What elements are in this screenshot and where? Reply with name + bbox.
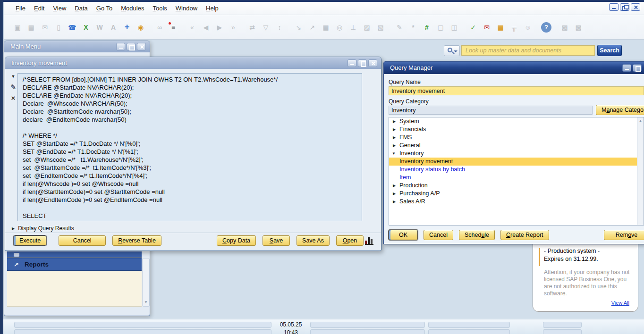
print-preview-icon[interactable]: ▣	[12, 22, 23, 33]
menu-help[interactable]: Help	[202, 3, 223, 14]
menu-go-to[interactable]: Go To	[92, 3, 117, 14]
settings-doc1-icon[interactable]: ▩	[559, 22, 570, 33]
org-chart-icon[interactable]: ╦	[508, 22, 520, 33]
copy-data-button[interactable]: Copy Data	[217, 235, 256, 246]
tree-item[interactable]: Item	[389, 174, 644, 182]
main-menu-titlebar[interactable]: Main Menu	[4, 41, 150, 52]
volume-weight-icon[interactable]: ⊥	[347, 22, 359, 33]
next-record-icon[interactable]: ▶	[214, 22, 225, 33]
main-menu-scrollbar[interactable]: ▼	[142, 258, 150, 307]
create-report-button[interactable]: Create Report	[500, 230, 549, 240]
filter-icon[interactable]: ▽	[260, 22, 271, 33]
last-record-icon[interactable]: »	[228, 22, 239, 33]
menu-view[interactable]: View	[49, 3, 70, 14]
first-record-icon[interactable]: «	[186, 22, 198, 33]
menu-window[interactable]: Window	[171, 3, 202, 14]
menu-modules[interactable]: Modules	[117, 3, 148, 14]
settings-doc2-icon[interactable]: ▩	[573, 22, 584, 33]
ok-button[interactable]: OK	[389, 230, 418, 240]
previous-record-icon[interactable]: ◀	[200, 22, 212, 33]
transaction-journal-icon[interactable]: ▧	[375, 22, 386, 33]
inv-maximize-button[interactable]	[358, 59, 367, 67]
view-all-link[interactable]: View All	[611, 300, 629, 306]
tree-financials[interactable]: Financials	[389, 125, 644, 134]
qm-minimize-button[interactable]	[622, 64, 631, 72]
display-query-results-toggle[interactable]: Display Query Results	[12, 225, 74, 232]
tree-system[interactable]: System	[389, 117, 644, 125]
query-manager-titlebar[interactable]: Query Manager	[384, 62, 644, 74]
sidebar-item-reports[interactable]: ↗ Reports	[7, 258, 142, 271]
fax-icon[interactable]: ☎	[67, 22, 78, 33]
main-menu-maximize-button[interactable]	[127, 43, 136, 50]
save-as-button[interactable]: Save As	[297, 235, 330, 246]
form-settings-icon[interactable]: *	[407, 22, 419, 33]
tree-inventory[interactable]: Inventory	[389, 150, 644, 158]
save-button[interactable]: Save	[263, 235, 290, 246]
launch-application-icon[interactable]: +	[121, 22, 133, 33]
export-word-icon[interactable]: W	[94, 22, 105, 33]
refresh-icon[interactable]: ⇄	[246, 22, 258, 33]
payment-means-icon[interactable]: ▦	[320, 22, 331, 33]
query-category-field[interactable]: Inventory	[389, 106, 593, 115]
inv-minimize-button[interactable]	[347, 59, 356, 67]
copy-import-icon[interactable]: ↘	[293, 22, 304, 33]
edit-icon[interactable]: ✎	[394, 22, 405, 33]
reverse-table-button[interactable]: Reverse Table	[112, 235, 161, 246]
checklist-icon[interactable]: ✓	[467, 22, 479, 33]
calendar-icon[interactable]: ▦	[495, 22, 506, 33]
open-button[interactable]: Open	[336, 235, 364, 246]
remarks-icon[interactable]: ▢	[435, 22, 446, 33]
inv-close-button[interactable]	[368, 59, 377, 67]
tree-scrollbar[interactable]: ▲	[637, 117, 644, 225]
app-minimize-button[interactable]	[609, 3, 619, 11]
manage-categories-button[interactable]: Manage Categories	[596, 105, 644, 115]
export-pdf-icon[interactable]: A	[108, 22, 119, 33]
find-icon[interactable]: ∞	[154, 22, 165, 33]
copy-export-icon[interactable]: ↗	[306, 22, 318, 33]
edit-pencil-icon[interactable]: ✎	[9, 83, 17, 92]
help-icon[interactable]: ?	[541, 22, 551, 33]
tree-inventory-status-by-batch[interactable]: Inventory status by batch	[389, 166, 644, 174]
tree-purchasing-ap[interactable]: Purchasing A/P	[389, 190, 644, 198]
tree-sales-ar[interactable]: Sales A/R	[389, 198, 644, 206]
sql-query-editor[interactable]: /*SELECT FROM [dbo].[OINM] T1 INNER JOIN…	[17, 73, 362, 221]
lock-screen-icon[interactable]: ◉	[135, 22, 146, 33]
qm-maximize-button[interactable]	[633, 64, 642, 72]
remove-button[interactable]: Remove	[604, 230, 644, 240]
inventory-movement-titlebar[interactable]: Inventory movement	[5, 57, 381, 69]
query-name-field[interactable]: Inventory movement	[389, 86, 644, 95]
execute-button[interactable]: Execute	[14, 235, 46, 246]
main-menu-minimize-button[interactable]	[116, 43, 125, 50]
search-scope-button[interactable]	[444, 45, 460, 56]
menu-file[interactable]: File	[11, 3, 30, 14]
email-icon[interactable]: ✉	[39, 22, 51, 33]
tree-fms[interactable]: FMS	[389, 134, 644, 142]
qm-cancel-button[interactable]: Cancel	[424, 230, 453, 240]
sms-icon[interactable]: ▯	[53, 22, 64, 33]
search-input[interactable]	[461, 45, 595, 56]
app-close-button[interactable]	[631, 3, 640, 11]
schedule-button[interactable]: Schedule	[459, 230, 495, 240]
collapse-triangle-icon[interactable]: ▼	[9, 74, 17, 79]
gross-profit-icon[interactable]: ◎	[334, 22, 345, 33]
chart-icon[interactable]	[365, 236, 373, 245]
user-icon[interactable]: ☺	[522, 22, 534, 33]
query-generator-icon[interactable]: #	[421, 22, 432, 33]
cancel-button[interactable]: Cancel	[59, 235, 106, 246]
tree-general[interactable]: General	[389, 142, 644, 150]
cut-icon[interactable]: ×	[9, 94, 17, 102]
sort-icon[interactable]: ↕	[274, 22, 285, 33]
export-excel-icon[interactable]: X	[80, 22, 92, 33]
tree-inventory-movement[interactable]: Inventory movement	[389, 158, 644, 166]
outlook-mail-icon[interactable]: ✉	[481, 22, 492, 33]
menu-data[interactable]: Data	[70, 3, 92, 14]
message-log-icon[interactable]: ≡	[168, 22, 179, 33]
search-button[interactable]: Search	[597, 45, 622, 56]
journal-entry-icon[interactable]: ▨	[361, 22, 373, 33]
tree-production[interactable]: Production	[389, 182, 644, 190]
print-icon[interactable]: ▤	[25, 22, 37, 33]
app-restore-button[interactable]	[620, 3, 629, 11]
main-menu-close-button[interactable]	[137, 43, 146, 50]
send-message-icon[interactable]: ◫	[449, 22, 460, 33]
menu-edit[interactable]: Edit	[30, 3, 49, 14]
